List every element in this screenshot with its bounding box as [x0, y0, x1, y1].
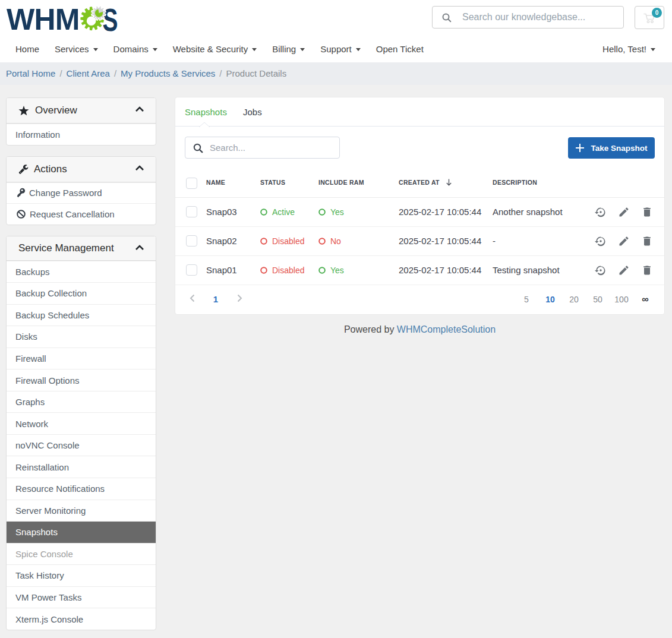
svg-text:WHM: WHM — [7, 3, 80, 35]
svg-text:S: S — [103, 3, 118, 35]
